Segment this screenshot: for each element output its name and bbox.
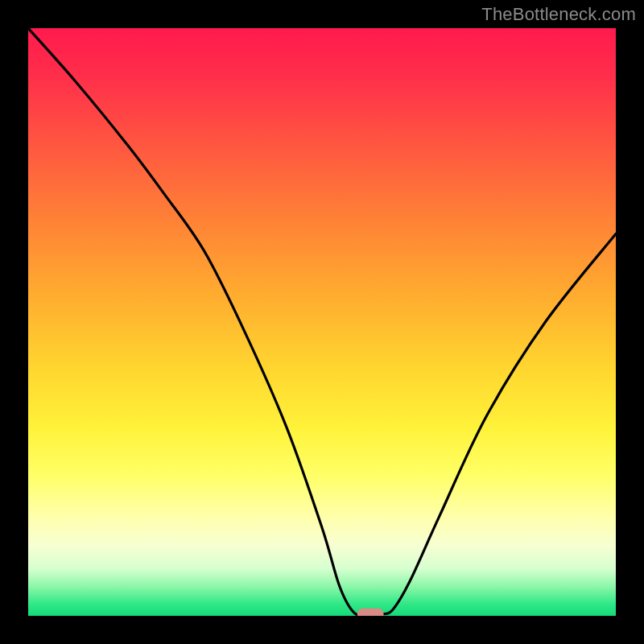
curve-layer <box>28 28 616 616</box>
plot-area <box>28 28 616 616</box>
bottleneck-curve <box>28 28 616 615</box>
chart-frame: TheBottleneck.com <box>0 0 644 644</box>
optimal-marker <box>357 609 384 616</box>
watermark-text: TheBottleneck.com <box>481 4 636 25</box>
